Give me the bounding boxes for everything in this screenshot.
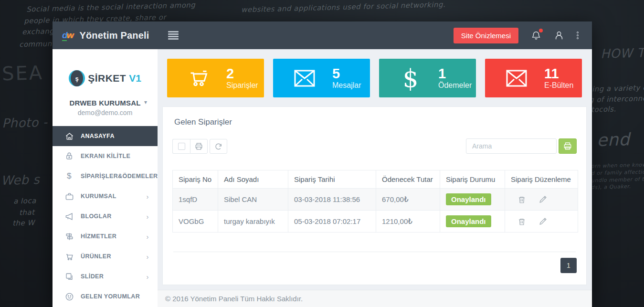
- chalk-text: that: [19, 208, 35, 217]
- column-header: Sipariş Düzenleme: [505, 170, 578, 189]
- stat-label: Mesajlar: [332, 81, 361, 90]
- stat-label: Siparişler: [226, 81, 258, 90]
- sidebar: ş ŞİRKET V1 DRWEB KURUMSAL ▾ demo@demo.c…: [53, 49, 158, 307]
- printer-icon: [563, 142, 572, 150]
- edit-button[interactable]: [538, 195, 548, 204]
- chevron-right-icon: ›: [147, 233, 149, 241]
- table-row: 1sqfD Sibel CAN 03-03-2018 11:38:56 670,…: [173, 189, 578, 211]
- column-header: Sipariş Durumu: [440, 170, 505, 189]
- dw-logo: dw: [62, 30, 73, 41]
- column-header: Adı Soyadı: [218, 170, 288, 189]
- status-cell: Onaylandı: [440, 211, 505, 233]
- dollar-icon: $: [398, 66, 423, 91]
- sidebar-item-gelen-yorumlar[interactable]: GELEN YORUMLAR: [53, 286, 158, 307]
- cart-icon: [64, 252, 74, 261]
- search-input[interactable]: [466, 138, 557, 154]
- chalk-text: Social media is the social interaction a…: [26, 0, 196, 13]
- print-button[interactable]: [190, 139, 208, 154]
- chalk-text: ing a variety of: [592, 83, 644, 93]
- table-header-row: Sipariş No Adı Soyadı Sipariş Tarihi Öde…: [173, 170, 578, 189]
- account-email: demo@demo.com: [53, 109, 158, 116]
- chalk-text: the W: [12, 218, 35, 227]
- sidebar-menu: ANASAYFA EKRANI KİLİTLE $ SİPARİŞLER&ÖDE…: [53, 126, 158, 307]
- chalk-text: Web s: [1, 172, 40, 188]
- order-no-cell: VOGbG: [173, 211, 218, 233]
- sidebar-item-ekrani-kilitle[interactable]: EKRANI KİLİTLE: [53, 146, 158, 166]
- chalk-text: a loca: [13, 196, 36, 205]
- stat-card-siparisler[interactable]: 2 Siparişler: [167, 59, 264, 97]
- sidebar-item-urunler[interactable]: ÜRÜNLER ›: [53, 246, 158, 266]
- stat-value: 11: [544, 66, 573, 82]
- site-preview-button[interactable]: Site Önizlemesi: [454, 28, 518, 43]
- trash-icon: [517, 195, 526, 204]
- sidebar-toggle-icon[interactable]: [168, 30, 179, 41]
- stat-card-odemeler[interactable]: $ 1 Ödemeler: [379, 59, 476, 97]
- layers-icon: [64, 272, 74, 281]
- order-date-cell: 03-03-2018 11:38:56: [288, 189, 376, 211]
- stat-value: 1: [438, 66, 472, 82]
- more-options-icon[interactable]: [577, 31, 579, 40]
- home-icon: [64, 131, 74, 141]
- delete-button[interactable]: [517, 217, 526, 226]
- sidebar-item-slider[interactable]: SLİDER ›: [53, 266, 158, 286]
- actions-cell: [505, 189, 578, 211]
- chalk-text: websites and applications used for socia…: [241, 0, 445, 14]
- sidebar-item-bloglar[interactable]: BLOGLAR ›: [53, 206, 158, 226]
- stat-card-mesajlar[interactable]: 5 Mesajlar: [273, 59, 370, 97]
- account-name: DRWEB KURUMSAL: [53, 99, 158, 107]
- copyright-text: © 2016 Yönetim Paneli Tüm Hakkı Saklıdır…: [165, 295, 303, 303]
- orders-panel: Gelen Siparişler: [162, 106, 587, 285]
- column-header: Sipariş No: [173, 170, 218, 189]
- stat-card-ebulten[interactable]: 11 E-Bülten: [485, 59, 582, 97]
- edit-button[interactable]: [538, 217, 548, 226]
- briefcase-icon: [64, 191, 74, 201]
- sidebar-item-hizmetler[interactable]: HİZMETLER ›: [53, 226, 158, 246]
- chalk-text: Photo -: [2, 115, 48, 130]
- actions-cell: [505, 211, 578, 233]
- table-row: VOGbG turgay karabıyık 05-03-2018 07:02:…: [173, 211, 578, 233]
- chevron-right-icon: ›: [147, 253, 149, 261]
- sidebar-item-kurumsal[interactable]: KURUMSAL ›: [53, 186, 158, 206]
- footer: © 2016 Yönetim Paneli Tüm Hakkı Saklıdır…: [158, 290, 592, 307]
- sidebar-item-anasayfa[interactable]: ANASAYFA: [53, 126, 158, 146]
- smiley-icon: [64, 292, 74, 301]
- envelope-icon: [504, 69, 529, 88]
- chalk-text: undlo member of the: [591, 176, 644, 183]
- chalk-text: g of interconnected: [589, 94, 644, 104]
- pencil-icon: [538, 217, 548, 226]
- user-profile-icon[interactable]: [554, 30, 564, 41]
- divider: [173, 252, 576, 252]
- printer-icon: [195, 142, 203, 150]
- stat-label: Ödemeler: [438, 81, 472, 90]
- refresh-button[interactable]: [210, 139, 227, 154]
- chalk-text: HOW TO C: [601, 45, 644, 61]
- brand: dw Yönetim Paneli: [53, 30, 158, 41]
- delete-button[interactable]: [517, 195, 526, 204]
- chalk-text: ds), a Quaker.: [591, 183, 631, 191]
- select-all-button[interactable]: [172, 139, 190, 154]
- amount-cell: 1210,00₺: [376, 211, 440, 233]
- chalk-text: SEA: [1, 62, 43, 85]
- select-all-checkbox[interactable]: [178, 143, 185, 150]
- company-logo-icon: ş: [69, 70, 85, 86]
- notifications-bell-icon[interactable]: [531, 30, 541, 41]
- chalk-text: end: [596, 129, 630, 150]
- lock-icon: [64, 151, 74, 161]
- top-header: dw Yönetim Paneli Site Önizlemesi: [53, 21, 592, 49]
- account-info: DRWEB KURUMSAL ▾ demo@demo.com: [53, 99, 158, 116]
- dollar-icon: $: [64, 171, 74, 181]
- chevron-right-icon: ›: [147, 273, 149, 281]
- notification-dot: [539, 29, 543, 32]
- sidebar-item-siparisler-odemeler[interactable]: $ SİPARİŞLER&ÖDEMELER ›: [53, 166, 158, 186]
- stat-label: E-Bülten: [544, 81, 573, 90]
- account-dropdown-caret[interactable]: ▾: [144, 99, 147, 106]
- amount-cell: 670,00₺: [376, 189, 440, 211]
- stat-cards: 2 Siparişler 5 Mesajlar $ 1 Ödemeler: [167, 59, 582, 97]
- stat-value: 5: [332, 66, 361, 82]
- status-badge: Onaylandı: [446, 193, 491, 205]
- chalk-text: orn when one knows: [591, 161, 644, 169]
- search-print-button[interactable]: [559, 138, 577, 154]
- page-button[interactable]: 1: [560, 258, 577, 273]
- pagination: 1: [172, 258, 577, 273]
- refresh-icon: [214, 142, 222, 150]
